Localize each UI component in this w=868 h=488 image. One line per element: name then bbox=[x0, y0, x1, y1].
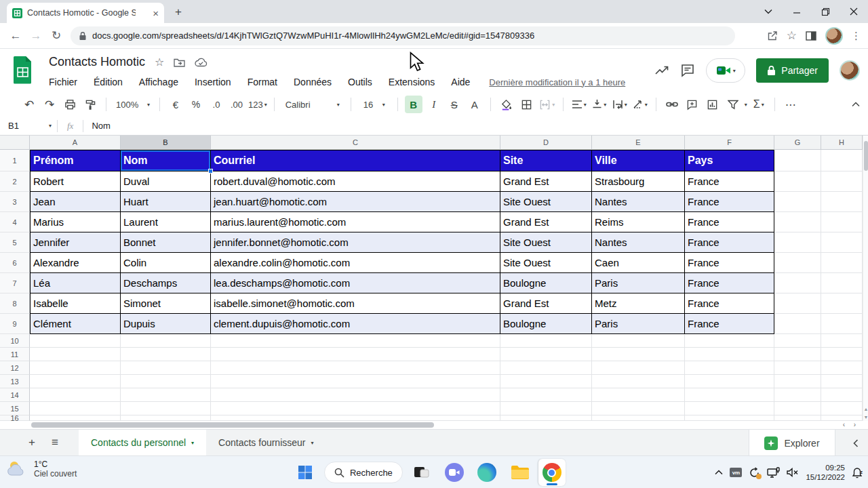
cell-H8[interactable] bbox=[821, 293, 863, 314]
cell-H9[interactable] bbox=[821, 314, 863, 334]
sheet-tab-fournisseur[interactable]: Contacts fournisseur▾ bbox=[206, 430, 326, 456]
menu-insertion[interactable]: Insertion bbox=[188, 76, 238, 89]
decrease-decimals-icon[interactable]: .0 bbox=[208, 96, 225, 113]
cell-G16[interactable] bbox=[774, 415, 821, 421]
cell-A9[interactable]: Clément bbox=[30, 314, 121, 334]
cell-H2[interactable] bbox=[821, 171, 863, 192]
cell-E8[interactable]: Metz bbox=[592, 293, 685, 314]
row-header-16[interactable]: 16 bbox=[0, 415, 30, 421]
history-stats-icon[interactable] bbox=[654, 64, 669, 77]
cell-F5[interactable]: France bbox=[685, 232, 774, 253]
file-explorer-icon[interactable] bbox=[506, 459, 533, 486]
cell-F13[interactable] bbox=[685, 375, 774, 388]
cell-C14[interactable] bbox=[211, 388, 500, 402]
sheet-tab-personnel[interactable]: Contacts du personnel▾ bbox=[79, 430, 206, 456]
undo-icon[interactable]: ↶ bbox=[20, 96, 38, 113]
menu-donnees[interactable]: Données bbox=[287, 76, 338, 89]
row-header-1[interactable]: 1 bbox=[0, 150, 30, 171]
browser-profile-avatar[interactable] bbox=[825, 27, 843, 45]
cell-C7[interactable]: lea.deschamps@homotic.com bbox=[211, 273, 500, 293]
row-header-11[interactable]: 11 bbox=[0, 348, 30, 361]
cell-H7[interactable] bbox=[821, 273, 863, 293]
scroll-down-icon[interactable]: ▼ bbox=[863, 415, 868, 420]
cell-D7[interactable]: Boulogne bbox=[500, 273, 592, 293]
insert-comment-icon[interactable] bbox=[684, 96, 701, 113]
tray-clock[interactable]: 09:25 15/12/2022 bbox=[806, 463, 845, 482]
cell-F6[interactable]: France bbox=[685, 253, 774, 273]
cell-D16[interactable] bbox=[500, 415, 592, 421]
horizontal-scrollbar[interactable]: ‹ › bbox=[0, 421, 868, 429]
cell-G9[interactable] bbox=[774, 314, 821, 334]
font-size-select[interactable]: 16▾ bbox=[358, 96, 391, 113]
tray-chevron-icon[interactable] bbox=[715, 470, 723, 475]
cell-D8[interactable]: Grand Est bbox=[500, 293, 592, 314]
document-title[interactable]: Contacts Homotic bbox=[49, 55, 145, 69]
cell-E11[interactable] bbox=[592, 348, 685, 361]
cell-G5[interactable] bbox=[774, 232, 821, 253]
row-header-7[interactable]: 7 bbox=[0, 273, 30, 293]
task-view-button[interactable] bbox=[408, 459, 435, 486]
italic-button[interactable]: I bbox=[425, 96, 443, 113]
insert-chart-icon[interactable] bbox=[704, 96, 722, 113]
cell-G13[interactable] bbox=[774, 375, 821, 388]
sync-tray-icon[interactable] bbox=[749, 467, 760, 479]
cell-H10[interactable] bbox=[821, 334, 863, 348]
cell-F15[interactable] bbox=[685, 402, 774, 415]
cell-A5[interactable]: Jennifer bbox=[30, 232, 121, 253]
name-box[interactable]: B1▾ bbox=[0, 121, 57, 131]
cell-C10[interactable] bbox=[211, 334, 500, 348]
cell-B10[interactable] bbox=[121, 334, 211, 348]
cell-F16[interactable] bbox=[685, 415, 774, 421]
star-document-icon[interactable]: ☆ bbox=[155, 56, 164, 68]
cell-H6[interactable] bbox=[821, 253, 863, 273]
minimize-button[interactable] bbox=[783, 0, 811, 23]
cell-F4[interactable]: France bbox=[685, 212, 774, 232]
row-header-2[interactable]: 2 bbox=[0, 171, 30, 192]
address-bar[interactable]: docs.google.com/spreadsheets/d/14KjhTWlG… bbox=[71, 26, 735, 45]
column-header-F[interactable]: F bbox=[685, 136, 774, 150]
cell-B1[interactable]: Nom bbox=[121, 150, 211, 171]
move-to-folder-icon[interactable] bbox=[174, 58, 185, 67]
row-header-3[interactable]: 3 bbox=[0, 192, 30, 212]
row-header-13[interactable]: 13 bbox=[0, 375, 30, 388]
cell-E12[interactable] bbox=[592, 361, 685, 375]
cell-G15[interactable] bbox=[774, 402, 821, 415]
cell-E1[interactable]: Ville bbox=[592, 150, 685, 171]
cell-F12[interactable] bbox=[685, 361, 774, 375]
cell-G8[interactable] bbox=[774, 293, 821, 314]
cell-F14[interactable] bbox=[685, 388, 774, 402]
close-button[interactable] bbox=[840, 0, 868, 23]
horizontal-align-icon[interactable]: ▾ bbox=[570, 96, 588, 113]
cell-B6[interactable]: Colin bbox=[121, 253, 211, 273]
cell-B9[interactable]: Dupuis bbox=[121, 314, 211, 334]
cell-E3[interactable]: Nantes bbox=[592, 192, 685, 212]
menu-format[interactable]: Format bbox=[241, 76, 284, 89]
cell-A7[interactable]: Léa bbox=[30, 273, 121, 293]
vertical-align-icon[interactable]: ▾ bbox=[591, 96, 608, 113]
row-header-6[interactable]: 6 bbox=[0, 253, 30, 273]
cell-E10[interactable] bbox=[592, 334, 685, 348]
vertical-scrollbar-thumb[interactable] bbox=[864, 141, 868, 171]
column-header-G[interactable]: G bbox=[774, 136, 821, 150]
cell-C15[interactable] bbox=[211, 402, 500, 415]
cell-F3[interactable]: France bbox=[685, 192, 774, 212]
paint-format-icon[interactable] bbox=[81, 96, 99, 113]
more-toolbar-icon[interactable]: ⋯ bbox=[782, 96, 800, 113]
all-sheets-icon[interactable]: ≡ bbox=[43, 436, 66, 449]
text-rotation-icon[interactable]: ▾ bbox=[631, 96, 649, 113]
cell-H5[interactable] bbox=[821, 232, 863, 253]
horizontal-scrollbar-thumb[interactable] bbox=[31, 422, 434, 428]
insert-link-icon[interactable] bbox=[663, 96, 681, 113]
new-tab-button[interactable]: + bbox=[175, 5, 182, 19]
cell-C2[interactable]: robert.duval@homotic.com bbox=[211, 171, 500, 192]
cell-A2[interactable]: Robert bbox=[30, 171, 121, 192]
cell-H3[interactable] bbox=[821, 192, 863, 212]
row-header-5[interactable]: 5 bbox=[0, 232, 30, 253]
start-button[interactable] bbox=[292, 459, 319, 486]
cell-C13[interactable] bbox=[211, 375, 500, 388]
cell-C11[interactable] bbox=[211, 348, 500, 361]
cell-D3[interactable]: Site Ouest bbox=[500, 192, 592, 212]
hide-panel-chevron-icon[interactable] bbox=[853, 430, 859, 456]
cell-C5[interactable]: jennifer.bonnet@homotic.com bbox=[211, 232, 500, 253]
format-currency-icon[interactable]: € bbox=[167, 96, 184, 113]
